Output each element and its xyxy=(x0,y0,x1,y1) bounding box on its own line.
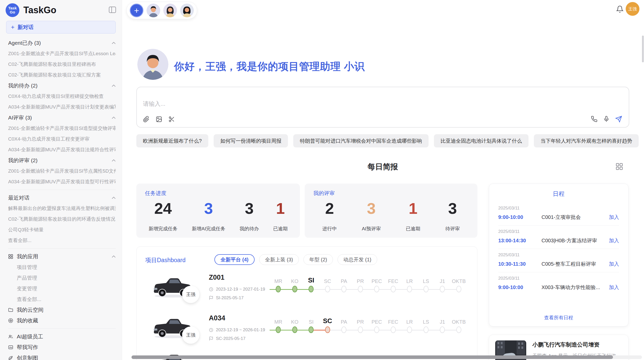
view-all-schedule-link[interactable]: 查看所有日程 xyxy=(489,314,628,321)
sidebar-section-header[interactable]: 最近对话 xyxy=(8,192,116,203)
milestone-dot-column xyxy=(270,326,287,334)
milestone-dot[interactable] xyxy=(374,286,379,292)
session-avatar-3[interactable] xyxy=(180,4,194,17)
milestone-dot[interactable] xyxy=(341,286,346,292)
sidebar-item[interactable]: C02-飞腾新能源轻客改款项目立项汇报方案 xyxy=(8,70,116,80)
milestone-dot[interactable] xyxy=(325,286,330,292)
dashboard-tab[interactable]: 全新平台 (4) xyxy=(214,254,255,265)
sidebar-item-creative-draw[interactable]: 创意制图 xyxy=(8,353,116,360)
sidebar-item-favorites[interactable]: 我的收藏 xyxy=(8,315,116,326)
user-avatar[interactable]: 王强 xyxy=(626,2,639,16)
sidebar-section-header[interactable]: 我的待办 (2) xyxy=(8,80,116,91)
suggestion-chip[interactable]: 如何写一份清晰的项目周报 xyxy=(214,134,288,147)
image-icon[interactable] xyxy=(156,116,162,123)
suggestion-chip[interactable]: 当下年轻人对汽车外观有怎样的喜好趋势 xyxy=(534,134,639,147)
milestone-dot[interactable] xyxy=(374,326,379,333)
sidebar-item[interactable]: C0X4-动力总成开发项目SI里程碑提交物检查 xyxy=(8,91,116,102)
milestone-dot[interactable] xyxy=(407,326,412,333)
event-join-link[interactable]: 加入 xyxy=(609,214,619,221)
milestone-dot[interactable] xyxy=(456,286,461,292)
sidebar-section-header[interactable]: AI评审 (3) xyxy=(8,112,116,123)
milestone-dot[interactable] xyxy=(292,326,297,333)
suggestion-chip[interactable]: 特朗普可能对进口汽车增税会对中国车企造成哪些影响 xyxy=(293,134,429,147)
milestone-dot[interactable] xyxy=(456,326,461,333)
dashboard-tab[interactable]: 年型 (2) xyxy=(303,254,333,265)
sidebar-item[interactable]: A034-全新新能源MUV产品开发项目法规符合性评审 xyxy=(8,144,116,155)
milestone-dot[interactable] xyxy=(440,326,445,333)
sidebar-section-header[interactable]: 我的评审 (2) xyxy=(8,155,116,166)
milestone-dot[interactable] xyxy=(440,286,445,292)
milestone-label: LR xyxy=(401,319,418,325)
chat-input[interactable] xyxy=(143,100,524,107)
stat-label: 进行中 xyxy=(322,226,337,232)
sidebar-app-item[interactable]: 变更管理 xyxy=(8,283,116,294)
chevron-up-icon[interactable] xyxy=(112,159,116,162)
milestone-dot-column xyxy=(434,326,451,334)
milestone-dot[interactable] xyxy=(325,326,330,333)
sidebar-item[interactable]: C0X4-动力总成开发项目工程变更评审 xyxy=(8,134,116,144)
session-avatar-1[interactable] xyxy=(147,4,160,17)
milestone-dot[interactable] xyxy=(309,286,314,292)
milestone-dot[interactable] xyxy=(358,326,363,333)
sidebar-collapse-icon[interactable] xyxy=(109,6,116,14)
sidebar-section-header[interactable]: Agent已办 (3) xyxy=(8,38,116,48)
vertical-scrollbar[interactable] xyxy=(642,36,644,62)
sidebar-item[interactable]: 公司Q3轻卡销量 xyxy=(8,224,116,235)
microphone-icon[interactable] xyxy=(603,116,610,123)
project-row-a034[interactable]: 王强 A034 2023-12-19 ~ 2026-01-19 SC-2025-… xyxy=(137,313,477,351)
sidebar-item-cloud-space[interactable]: 我的云空间 xyxy=(8,305,116,315)
paperclip-icon[interactable] xyxy=(143,116,150,123)
sidebar-app-item[interactable]: 查看全部... xyxy=(8,294,116,305)
sidebar-item[interactable]: A034-全新新能源MUV产品开发项目造型可行性评审 xyxy=(8,176,116,187)
sidebar-item[interactable]: Z001-全新燃油轻卡产品开发项目SI造型提交物评审 xyxy=(8,123,116,134)
event-join-link[interactable]: 加入 xyxy=(609,237,619,244)
send-icon[interactable] xyxy=(615,116,622,123)
milestone-dot[interactable] xyxy=(423,326,429,333)
phone-icon[interactable] xyxy=(591,116,597,123)
scissors-icon[interactable] xyxy=(168,116,175,123)
milestone-dot[interactable] xyxy=(407,286,412,292)
milestone-dot[interactable] xyxy=(423,286,429,292)
milestone-dot[interactable] xyxy=(358,286,363,292)
suggestion-chip[interactable]: 欧洲新规最近颁布了什么? xyxy=(136,134,208,147)
sidebar-item-write-helper[interactable]: 帮我写作 xyxy=(8,342,116,353)
project-row-z001[interactable]: 王强 Z001 2023-12-19 ~ 2027-01-19 SI-2025-… xyxy=(137,272,477,311)
chevron-up-icon[interactable] xyxy=(112,197,116,199)
chevron-up-icon[interactable] xyxy=(112,255,116,258)
briefing-layout-icon[interactable] xyxy=(616,163,623,171)
dashboard-tab[interactable]: 动总开发 (1) xyxy=(338,254,377,265)
sidebar-item-my-apps[interactable]: 我的应用 xyxy=(8,251,116,262)
new-session-button[interactable]: + xyxy=(130,4,143,17)
milestone-label: LS xyxy=(418,278,434,284)
horizontal-scrollbar-thumb[interactable] xyxy=(131,355,613,359)
sidebar-item[interactable]: Z001-全新燃油皮卡产品开发项目SI节点Lesson Learn报告 xyxy=(8,48,116,59)
event-join-link[interactable]: 加入 xyxy=(609,261,619,267)
sidebar-item[interactable]: 查看全部... xyxy=(8,235,116,246)
write-helper-label: 帮我写作 xyxy=(17,344,38,351)
chevron-up-icon[interactable] xyxy=(112,116,116,119)
sidebar-item[interactable]: C02-飞腾新能源轻客改款项目里程碑画布 xyxy=(8,59,116,70)
session-avatar-2[interactable] xyxy=(163,4,177,17)
event-join-link[interactable]: 加入 xyxy=(609,284,619,291)
milestone-dot[interactable] xyxy=(391,286,396,292)
sidebar-item[interactable]: Z001-全新燃油轻卡产品开发项目SI节点属性5D文件评审 xyxy=(8,166,116,176)
chevron-up-icon[interactable] xyxy=(112,42,116,44)
milestone-dot[interactable] xyxy=(309,326,314,333)
milestone-dot[interactable] xyxy=(391,326,396,333)
notification-bell-icon[interactable] xyxy=(616,5,624,14)
milestone-dot[interactable] xyxy=(276,286,281,292)
sidebar-item[interactable]: 解释最新出台的欧盟报废车法规再生塑料比例被调至15%... xyxy=(8,203,116,214)
sidebar-app-item[interactable]: 项目管理 xyxy=(8,262,116,273)
dashboard-tab[interactable]: 全新上装 (3) xyxy=(259,254,299,265)
horizontal-scrollbar-track[interactable] xyxy=(131,355,642,359)
sidebar-item[interactable]: C02-飞腾新能源轻客改款项目的闭环通告反馈情况 xyxy=(8,214,116,224)
sidebar-app-item[interactable]: 产品管理 xyxy=(8,273,116,283)
milestone-dot[interactable] xyxy=(341,326,346,333)
sidebar-item-ai-employee[interactable]: AI超级员工 xyxy=(8,331,116,342)
suggestion-chip[interactable]: 比亚迪全固态电池计划具体说了什么 xyxy=(434,134,529,147)
new-chat-button[interactable]: + 新对话 xyxy=(6,21,116,34)
milestone-dot[interactable] xyxy=(276,326,281,333)
milestone-dot[interactable] xyxy=(292,286,297,292)
chevron-up-icon[interactable] xyxy=(112,84,116,87)
sidebar-item[interactable]: A034-全新新能源MUV产品开发项目计划变更表编写 xyxy=(8,102,116,112)
